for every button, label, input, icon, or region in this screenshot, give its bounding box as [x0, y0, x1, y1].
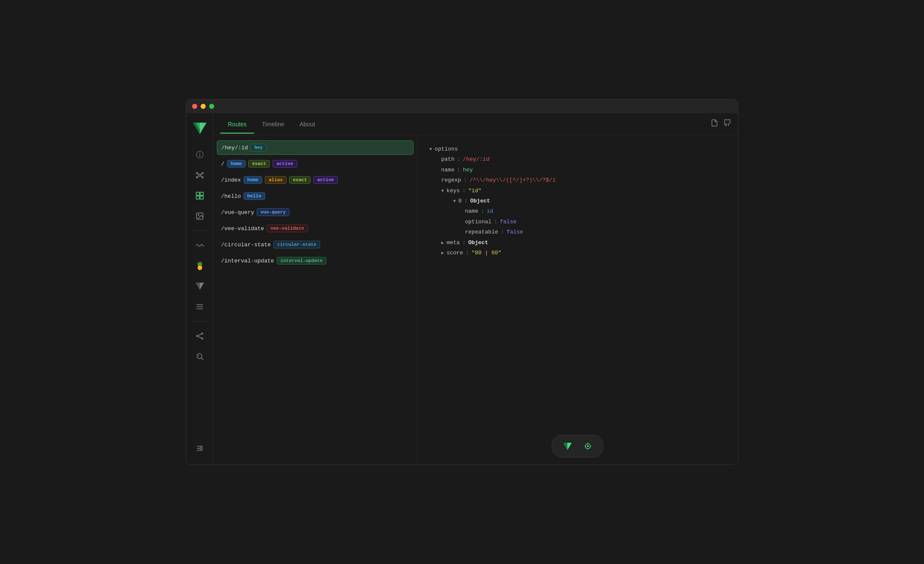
close-dot[interactable]	[192, 104, 197, 109]
top-nav: Routes Timeline About	[213, 113, 738, 135]
score-row: ▶ score : "80 | 60"	[429, 248, 726, 258]
svg-rect-15	[200, 196, 203, 199]
wave-sidebar-btn[interactable]	[190, 236, 209, 255]
svg-marker-35	[563, 443, 567, 450]
meta-arrow[interactable]: ▶	[441, 239, 444, 248]
regexp-key: regexp	[441, 175, 461, 185]
zero-type: Object	[470, 196, 490, 206]
regexp-value: /^\\/hey\\/([^/]+?)\\/?$/i	[470, 175, 556, 185]
vue-devtools-button[interactable]	[560, 439, 575, 454]
optional-value: false	[500, 217, 516, 227]
svg-point-23	[196, 335, 198, 336]
tag-exact-root: exact	[248, 160, 270, 168]
route-path-root: /	[221, 161, 224, 167]
tab-routes[interactable]: Routes	[220, 115, 254, 134]
tag-vee-validate: vee-validate	[266, 225, 308, 232]
svg-point-24	[201, 333, 203, 334]
route-path-hey: /hey/:id	[221, 145, 248, 151]
info-sidebar-btn[interactable]: ⓘ	[190, 145, 209, 164]
svg-point-3	[198, 174, 201, 177]
route-path-hello: /hello	[221, 193, 241, 199]
route-item-interval-update[interactable]: /interval-update interval-update	[217, 254, 414, 268]
regexp-row: regexp : /^\\/hey\\/([^/]+?)\\/?$/i	[429, 175, 726, 185]
score-arrow[interactable]: ▶	[441, 249, 444, 258]
name-value: hey	[463, 165, 473, 175]
svg-rect-12	[196, 192, 199, 196]
svg-rect-14	[196, 196, 199, 199]
svg-line-27	[198, 336, 201, 338]
settings-sidebar-btn[interactable]	[190, 439, 209, 458]
svg-marker-34	[567, 443, 572, 450]
main-content: Routes Timeline About	[213, 113, 738, 464]
route-item-vue-query[interactable]: /vue-query vue-query	[217, 205, 414, 219]
svg-point-7	[202, 177, 203, 178]
svg-line-26	[198, 334, 201, 336]
svg-marker-19	[196, 283, 200, 290]
name-row: name : hey	[429, 165, 726, 175]
svg-point-4	[196, 172, 197, 174]
meta-key: meta	[447, 238, 460, 248]
pinia-sidebar-btn[interactable]: 🍍	[190, 256, 209, 275]
svg-line-29	[201, 358, 203, 360]
routes-panel: /hey/:id hey / home exact active /index …	[213, 135, 417, 464]
svg-rect-13	[200, 192, 203, 196]
svg-line-9	[201, 173, 202, 175]
tag-alias-index: alias	[265, 176, 286, 184]
graph-sidebar-btn[interactable]	[190, 327, 209, 345]
vee-sidebar-btn[interactable]	[190, 277, 209, 296]
zero-arrow[interactable]: ▼	[453, 197, 456, 206]
components-sidebar-btn[interactable]	[190, 166, 209, 185]
score-value: "80 | 60"	[471, 248, 501, 258]
route-item-vee-validate[interactable]: /vee-validate vee-validate	[217, 221, 414, 236]
name-key: name	[441, 165, 454, 175]
route-item-hello[interactable]: /hello hello	[217, 189, 414, 203]
route-path-index: /index	[221, 177, 241, 183]
route-path-vee-validate: /vee-validate	[221, 225, 264, 232]
tag-active-root: active	[272, 160, 297, 168]
svg-point-5	[202, 172, 203, 174]
svg-point-25	[201, 338, 203, 339]
search-sidebar-btn[interactable]	[190, 347, 209, 366]
route-item-circular-state[interactable]: /circular-state circular-state	[217, 237, 414, 252]
options-key: options	[435, 144, 458, 154]
image-sidebar-btn[interactable]	[190, 207, 209, 225]
svg-point-37	[587, 446, 589, 447]
tag-active-index: active	[313, 176, 338, 184]
list-sidebar-btn[interactable]	[190, 297, 209, 316]
name2-row: name : id	[429, 206, 726, 216]
app-body: ⓘ	[186, 113, 738, 464]
locate-button[interactable]	[580, 439, 595, 454]
github-icon[interactable]	[723, 119, 731, 129]
route-item-index[interactable]: /index home alias exact active	[217, 173, 414, 187]
repeatable-key: repeatable	[465, 227, 498, 237]
minimize-dot[interactable]	[201, 104, 206, 109]
maximize-dot[interactable]	[209, 104, 214, 109]
nav-tabs: Routes Timeline About	[220, 115, 323, 134]
tab-about[interactable]: About	[292, 115, 323, 134]
svg-marker-18	[200, 283, 204, 290]
repeatable-row: repeatable : false	[429, 227, 726, 237]
sidebar-divider-2	[192, 321, 207, 322]
svg-line-8	[198, 173, 199, 175]
tag-vue-query: vue-query	[257, 208, 289, 216]
router-sidebar-btn[interactable]	[190, 186, 209, 205]
document-icon[interactable]	[711, 119, 718, 129]
route-item-hey[interactable]: /hey/:id hey	[217, 140, 414, 155]
tag-hello: hello	[244, 192, 265, 200]
tag-interval-update: interval-update	[277, 257, 326, 265]
svg-point-28	[197, 353, 202, 359]
meta-type: Object	[468, 238, 488, 248]
route-path-vue-query: /vue-query	[221, 209, 254, 216]
route-item-root[interactable]: / home exact active	[217, 157, 414, 171]
optional-key: optional	[465, 217, 491, 227]
keys-arrow[interactable]: ▼	[441, 187, 444, 196]
zero-key: 0	[459, 196, 462, 206]
tab-timeline[interactable]: Timeline	[254, 115, 292, 134]
score-key: score	[447, 248, 463, 258]
options-arrow[interactable]: ▼	[429, 145, 432, 154]
keys-key: keys	[447, 186, 460, 196]
svg-point-33	[200, 447, 202, 450]
tag-exact-index: exact	[289, 176, 311, 184]
name2-value: id	[487, 206, 493, 216]
zero-row: ▼ 0 : Object	[429, 196, 726, 206]
